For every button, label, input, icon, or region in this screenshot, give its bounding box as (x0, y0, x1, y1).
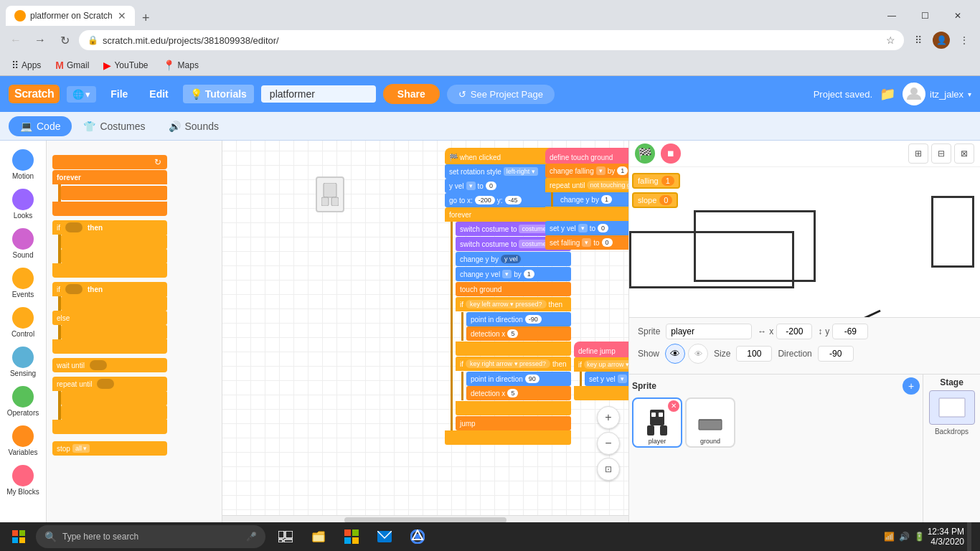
bookmark-youtube[interactable]: ▶ YouTube (98, 58, 154, 72)
set-yvel-to-neg12[interactable]: set y vel ▾ to -12 (585, 372, 628, 386)
stage-fullscreen-button[interactable]: ⊠ (954, 143, 974, 164)
sprite-thumb-ground[interactable]: ground (685, 397, 735, 448)
mail-button[interactable] (369, 522, 400, 551)
palette-motion[interactable]: Motion (9, 146, 37, 183)
repeat-until-touching[interactable]: repeat until not touching ground ▾ ? (545, 178, 628, 192)
palette-control[interactable]: Control (9, 304, 37, 341)
detection-x-5b[interactable]: detection x 5 (466, 386, 571, 400)
change-y-by-1a[interactable]: change y by 1 (556, 192, 628, 207)
block-forever[interactable]: forever (52, 170, 167, 184)
extensions-button[interactable]: ⠿ (908, 30, 928, 50)
share-button[interactable]: Share (383, 84, 440, 104)
x-input[interactable] (776, 324, 812, 339)
stop-dropdown[interactable]: all ▾ (72, 444, 90, 453)
repeat-inner2[interactable] (61, 405, 167, 420)
palette-operators[interactable]: Operators (4, 383, 42, 420)
tab-sounds[interactable]: 🔊 Sounds (157, 116, 230, 136)
system-clock[interactable]: 12:34 PM 4/3/2020 (928, 527, 964, 547)
new-tab-button[interactable]: + (138, 11, 154, 26)
language-button[interactable]: 🌐 ▾ (67, 86, 96, 103)
active-tab[interactable]: platformer on Scratch ✕ (6, 6, 135, 26)
if-inner[interactable] (61, 296, 167, 311)
store-button[interactable] (336, 522, 367, 551)
stage-thumbnail[interactable] (929, 390, 975, 425)
sprite-name-input[interactable] (666, 324, 752, 339)
block-if[interactable]: if then (52, 220, 167, 235)
tab-code[interactable]: 💻 Code (9, 116, 72, 136)
palette-sound[interactable]: Sound (9, 225, 37, 262)
user-menu[interactable]: itz_jalex ▾ (903, 83, 971, 105)
size-input[interactable] (736, 346, 772, 362)
tab-costumes[interactable]: 👕 Costumes (72, 116, 156, 136)
green-flag-button[interactable]: 🏁 (635, 143, 655, 164)
if-right-arrow[interactable]: if key right arrow ▾ pressed? then (456, 357, 571, 371)
detection-x-5a[interactable]: detection x 5 (466, 326, 571, 341)
bookmark-gmail[interactable]: M Gmail (50, 58, 95, 72)
add-sprite-button[interactable]: + (903, 377, 920, 395)
stage-normal-button[interactable]: ⊟ (931, 143, 951, 164)
bookmark-star-icon[interactable]: ☆ (886, 34, 895, 46)
stage-small-button[interactable]: ⊞ (908, 143, 928, 164)
folder-button[interactable]: 📁 (880, 86, 895, 102)
block-if2[interactable]: if then (52, 282, 167, 296)
point-direction-90[interactable]: point in direction 90 (466, 372, 571, 386)
show-hidden-button[interactable]: 👁 (688, 344, 708, 364)
zoom-fit-button[interactable]: ⊡ (597, 458, 620, 481)
close-button[interactable]: ✕ (941, 6, 974, 26)
palette-events[interactable]: Events (9, 265, 37, 301)
point-direction-neg90[interactable]: point in direction -90 (466, 312, 571, 326)
change-y-vel-by-1[interactable]: change y vel ▾ by 1 (456, 267, 571, 281)
file-explorer-button[interactable] (303, 522, 334, 551)
see-project-button[interactable]: ↺ See Project Page (447, 85, 555, 104)
palette-sensing[interactable]: Sensing (7, 344, 39, 380)
sprite-delete-player[interactable]: ✕ (668, 400, 679, 412)
taskview-button[interactable] (270, 522, 301, 551)
else-inner[interactable] (61, 325, 167, 339)
stop-button[interactable]: ⏹ (661, 143, 681, 164)
set-yvel-to-0[interactable]: set y vel ▾ to 0 (545, 221, 628, 235)
file-menu-button[interactable]: File (103, 84, 135, 104)
direction-input[interactable] (818, 346, 854, 362)
address-box[interactable]: 🔒 scratch.mit.edu/projects/381809938/edi… (79, 30, 904, 50)
define-jump[interactable]: define jump (574, 342, 628, 357)
code-canvas[interactable]: 🏁 when clicked set rotation style left-r… (222, 141, 628, 524)
back-button[interactable]: ← (6, 30, 26, 50)
start-button[interactable] (3, 522, 34, 551)
zoom-in-button[interactable]: + (597, 406, 620, 429)
profile-button[interactable]: 👤 (931, 30, 951, 50)
change-falling-by[interactable]: change falling ▾ by 1 (545, 164, 628, 178)
palette-looks[interactable]: Looks (9, 186, 37, 222)
palette-myblocks[interactable]: My Blocks (4, 462, 42, 499)
zoom-out-button[interactable]: − (597, 432, 620, 455)
project-name-input[interactable] (261, 85, 376, 103)
maximize-button[interactable]: ☐ (908, 6, 941, 26)
tutorials-button[interactable]: 💡 Tutorials (183, 85, 254, 103)
change-y-by-yvel[interactable]: change y by y vel (456, 252, 571, 266)
set-falling-to-0[interactable]: set falling ▾ to 0 (545, 235, 628, 250)
jump-call[interactable]: jump (456, 416, 571, 430)
show-desktop-button[interactable] (967, 522, 971, 551)
tab-close-btn[interactable]: ✕ (118, 10, 126, 22)
search-bar[interactable]: 🔍 Type here to search 🎤 (36, 525, 265, 548)
block-inner[interactable] (61, 186, 167, 200)
block-repeat-until[interactable]: repeat until (52, 377, 167, 391)
edit-menu-button[interactable]: Edit (142, 84, 175, 104)
forward-button[interactable]: → (30, 30, 50, 50)
menu-button[interactable]: ⋮ (954, 30, 974, 50)
chrome-button[interactable] (402, 522, 433, 551)
y-input[interactable] (832, 324, 868, 339)
show-visible-button[interactable]: 👁 (665, 344, 685, 364)
touch-ground-call[interactable]: touch ground (456, 282, 571, 296)
block-if-inner[interactable] (61, 235, 167, 249)
repeat-inner[interactable] (61, 391, 167, 405)
if-left-arrow[interactable]: if key left arrow ▾ pressed? then (456, 297, 571, 311)
block-wait-until[interactable]: wait until (52, 358, 167, 372)
block-scroll-arrow[interactable]: ↻ (52, 155, 167, 169)
bookmark-maps[interactable]: 📍 Maps (157, 58, 204, 72)
reload-button[interactable]: ↻ (55, 30, 75, 50)
if-up-arrow[interactable]: if key up arrow ▾ pressed? and (574, 357, 628, 372)
block-if-inner2[interactable] (61, 249, 167, 263)
block-stop[interactable]: stop all ▾ (52, 441, 167, 456)
bookmark-apps[interactable]: ⠿ Apps (6, 58, 47, 72)
minimize-button[interactable]: — (875, 6, 908, 26)
